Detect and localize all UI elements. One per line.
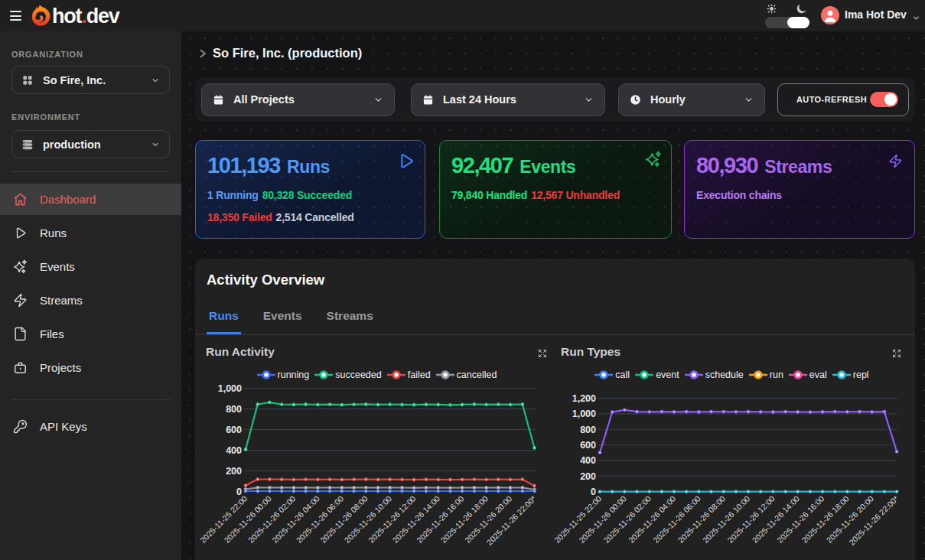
svg-text:1,200: 1,200 <box>572 393 596 404</box>
svg-text:800: 800 <box>226 404 242 415</box>
svg-text:200: 200 <box>580 471 596 482</box>
svg-text:1,000: 1,000 <box>572 409 596 419</box>
svg-text:200: 200 <box>226 466 242 477</box>
svg-text:600: 600 <box>226 425 242 435</box>
svg-text:400: 400 <box>226 445 242 456</box>
svg-text:1,000: 1,000 <box>218 383 242 394</box>
svg-text:600: 600 <box>580 440 596 451</box>
svg-text:400: 400 <box>580 455 596 466</box>
svg-text:800: 800 <box>580 425 596 435</box>
